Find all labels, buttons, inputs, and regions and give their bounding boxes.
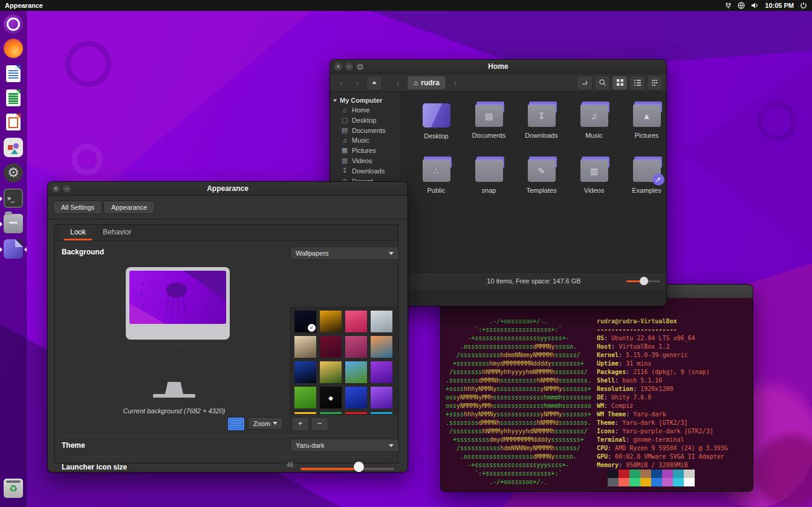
zoom-slider[interactable] — [626, 280, 660, 282]
volume-icon[interactable] — [751, 2, 759, 9]
list-view-button[interactable] — [629, 76, 645, 90]
terminal-line: .ssssssssdMMMNhsssssssssshNMMMdssssssss.… — [446, 376, 753, 385]
sidebar-item-home[interactable]: ⌂Home — [330, 105, 401, 115]
wallpaper-thumb-partial-3[interactable] — [345, 412, 367, 415]
terminal-content[interactable]: .-/+oossssoo+/-.rudra@rudra-VirtualBox `… — [441, 298, 753, 491]
theme-dropdown[interactable]: Yaru-dark — [290, 439, 399, 452]
wallpaper-thumb-partial-1[interactable] — [294, 412, 316, 415]
breadcrumb-right-chevron[interactable]: › — [448, 76, 463, 89]
close-icon[interactable]: × — [52, 185, 60, 193]
connector-icon[interactable] — [725, 2, 732, 9]
wallpaper-thumb-7[interactable] — [345, 336, 367, 358]
file-item-examples[interactable]: ↗Examples — [620, 154, 667, 209]
file-item-downloads[interactable]: ↧Downloads — [515, 99, 568, 154]
wallpaper-thumb-1[interactable]: ✓ — [294, 311, 316, 332]
wallpaper-placement-button[interactable] — [227, 417, 245, 431]
wallpaper-grid[interactable]: ✓◆ — [290, 307, 399, 415]
dock-libreoffice-impress[interactable] — [4, 112, 23, 132]
sidebar-item-music[interactable]: ♫Music — [330, 135, 401, 145]
current-background-caption: Current background (7682 × 4320) — [73, 407, 276, 415]
monitor-stand — [165, 382, 183, 394]
file-item-documents[interactable]: ▤Documents — [463, 99, 515, 154]
appearance-notebook: Look Behavior Background Wallpapers u — [54, 224, 398, 463]
files-main-area[interactable]: Desktop▤Documents↧Downloads♫Music▲Pictur… — [401, 92, 666, 289]
network-globe-icon[interactable] — [738, 2, 745, 9]
file-item-desktop[interactable]: Desktop — [410, 99, 463, 154]
wallpaper-thumb-9[interactable] — [294, 361, 316, 383]
wallpaper-thumb-13[interactable] — [294, 387, 316, 409]
wallpaper-thumb-2[interactable] — [320, 311, 342, 332]
file-item-music[interactable]: ♫Music — [568, 99, 620, 154]
file-item-videos[interactable]: ▥Videos — [568, 154, 620, 209]
minimize-icon[interactable]: – — [345, 63, 353, 71]
sidebar-item-downloads[interactable]: ↧Downloads — [330, 166, 401, 176]
appearance-nav-button[interactable]: Appearance — [103, 201, 155, 214]
wallpaper-thumb-4[interactable] — [371, 311, 392, 332]
maximize-icon[interactable]: ▢ — [356, 63, 364, 71]
file-item-templates[interactable]: ✎Templates — [515, 154, 568, 209]
add-wallpaper-button[interactable]: + — [291, 417, 309, 431]
wallpaper-thumb-12[interactable] — [371, 361, 392, 383]
dock-appearance[interactable] — [4, 239, 23, 259]
zoom-mode-dropdown[interactable]: Zoom — [248, 417, 283, 430]
dock-ubuntu-desktop[interactable] — [4, 15, 23, 34]
files-icon — [4, 214, 23, 233]
wallpaper-thumb-15[interactable] — [345, 387, 367, 409]
wallpaper-thumb-8[interactable] — [371, 336, 392, 358]
appearance-window[interactable]: × – Appearance All Settings Appearance L… — [47, 181, 408, 473]
back-button[interactable]: ‹ — [334, 76, 348, 89]
launcher-size-knob[interactable] — [354, 462, 364, 472]
wallpaper-thumb-5[interactable] — [294, 336, 316, 358]
search-button[interactable] — [594, 76, 610, 90]
icon-view-button[interactable] — [612, 76, 628, 90]
file-item-public[interactable]: ∴Public — [410, 154, 463, 209]
appearance-titlebar[interactable]: × – Appearance — [48, 182, 408, 196]
dock-libreoffice-writer[interactable] — [4, 64, 23, 83]
close-icon[interactable]: × — [334, 63, 342, 71]
dock-files[interactable] — [4, 214, 23, 233]
terminal-window[interactable]: .-/+oossssoo+/-.rudra@rudra-VirtualBox `… — [440, 284, 753, 492]
wallpapers-dropdown[interactable]: Wallpapers — [290, 247, 399, 260]
document-icon: ▤ — [341, 126, 348, 134]
sidebar-item-pictures[interactable]: ▦Pictures — [330, 145, 401, 155]
wallpaper-thumb-partial-4[interactable] — [371, 412, 392, 415]
wallpaper-thumb-10[interactable] — [320, 361, 342, 383]
sidebar-item-videos[interactable]: ▥Videos — [330, 155, 401, 166]
sidebar-item-desktop[interactable]: ▢Desktop — [330, 115, 401, 125]
wallpaper-thumb-partial-2[interactable] — [320, 412, 342, 415]
wallpaper-thumb-16[interactable] — [371, 387, 392, 409]
dock-libreoffice-calc[interactable] — [4, 88, 23, 108]
toggle-location-entry-button[interactable] — [577, 76, 593, 90]
files-titlebar[interactable]: × – ▢ Home — [330, 60, 666, 74]
jellyfish-art — [129, 271, 226, 324]
forward-button[interactable]: › — [350, 76, 365, 89]
dock-settings[interactable]: ⚙ — [4, 163, 23, 182]
power-icon[interactable] — [800, 2, 807, 9]
compact-view-button[interactable] — [647, 76, 663, 90]
file-item-pictures[interactable]: ▲Pictures — [620, 99, 667, 154]
dock-trash[interactable]: ♻ — [4, 479, 23, 498]
location-entry-icon — [581, 79, 589, 86]
sidebar-item-label: Pictures — [352, 147, 376, 154]
sidebar-my-computer[interactable]: My Computer — [330, 95, 401, 105]
tab-look[interactable]: Look — [62, 225, 94, 241]
breadcrumb[interactable]: ⌂ rudra — [407, 76, 446, 90]
breadcrumb-left-chevron[interactable]: ‹ — [391, 76, 405, 89]
file-item-snap[interactable]: snap — [463, 154, 515, 209]
wallpaper-thumb-6[interactable] — [320, 336, 342, 358]
zoom-slider-knob[interactable] — [640, 277, 648, 285]
remove-wallpaper-button[interactable]: − — [311, 417, 328, 431]
tab-behavior[interactable]: Behavior — [94, 225, 140, 241]
wallpaper-thumb-14[interactable]: ◆ — [320, 387, 342, 409]
clock[interactable]: 10:05 PM — [765, 2, 794, 9]
dock-firefox[interactable] — [4, 39, 23, 58]
dock-terminal[interactable]: >_ — [4, 189, 23, 208]
minimize-icon[interactable]: – — [63, 185, 71, 193]
all-settings-button[interactable]: All Settings — [53, 201, 102, 214]
launcher-size-slider[interactable] — [300, 468, 394, 470]
sidebar-item-documents[interactable]: ▤Documents — [330, 125, 401, 135]
dock-ubuntu-software[interactable] — [4, 138, 23, 157]
wallpaper-thumb-11[interactable] — [345, 361, 367, 383]
wallpaper-thumb-3[interactable] — [345, 311, 367, 332]
up-button[interactable] — [366, 76, 382, 90]
